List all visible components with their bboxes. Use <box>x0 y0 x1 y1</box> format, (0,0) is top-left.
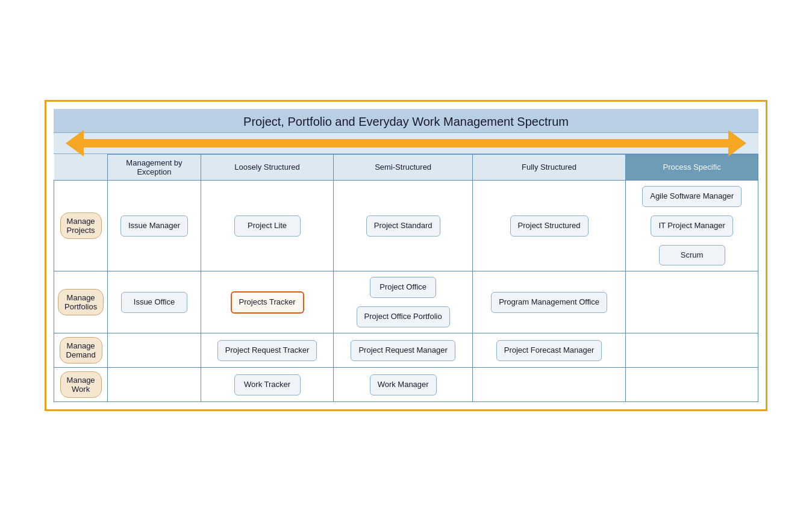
item-projects-tracker[interactable]: Projects Tracker <box>231 291 304 314</box>
col-header-semi-structured: Semi-Structured <box>334 154 473 180</box>
row-label-manage-projects: ManageProjects <box>60 212 102 239</box>
cell-inner: Work Tracker <box>205 373 330 397</box>
item-it-project-manager[interactable]: IT Project Manager <box>651 215 732 237</box>
cell-inner: Agile Software Manager IT Project Manage… <box>629 184 754 268</box>
cell-manage-demand-mgmt-exception <box>108 333 201 368</box>
cell-manage-portfolios-process-specific <box>626 271 758 333</box>
cell-inner: Project Forecast Manager <box>476 338 622 363</box>
col-header-loosely-structured: Loosely Structured <box>201 154 334 180</box>
cell-manage-work-loosely-structured: Work Tracker <box>201 368 334 402</box>
item-project-forecast-manager[interactable]: Project Forecast Manager <box>496 340 602 361</box>
item-program-management-office[interactable]: Program Management Office <box>491 292 607 313</box>
item-scrum[interactable]: Scrum <box>659 245 725 266</box>
cell-manage-portfolios-loosely-structured: Projects Tracker <box>201 271 334 333</box>
cell-inner: Program Management Office <box>476 290 622 315</box>
arrow-line <box>66 138 746 149</box>
cell-manage-projects-semi-structured: Project Standard <box>334 180 473 271</box>
row-manage-projects: ManageProjects Issue Manager Project Lit… <box>54 180 758 271</box>
col-header-fully-structured: Fully Structured <box>472 154 625 180</box>
cell-manage-portfolios-semi-structured: Project Office Project Office Portfolio <box>334 271 473 333</box>
item-project-request-manager[interactable]: Project Request Manager <box>351 340 455 361</box>
item-project-office[interactable]: Project Office <box>370 277 436 298</box>
row-manage-demand: ManageDemand Project Request Tracker Pro… <box>54 333 758 368</box>
cell-manage-portfolios-fully-structured: Program Management Office <box>472 271 625 333</box>
row-header-manage-portfolios: ManagePortfolios <box>54 271 108 333</box>
cell-manage-demand-loosely-structured: Project Request Tracker <box>201 333 334 368</box>
cell-manage-projects-mgmt-exception: Issue Manager <box>108 180 201 271</box>
cell-inner: Issue Office <box>111 290 197 315</box>
col-header-process-specific: Process Specific <box>626 154 758 180</box>
cell-inner: Project Request Manager <box>337 338 469 363</box>
item-project-standard[interactable]: Project Standard <box>366 215 440 237</box>
cell-manage-projects-loosely-structured: Project Lite <box>201 180 334 271</box>
row-header-manage-projects: ManageProjects <box>54 180 108 271</box>
arrow-row <box>54 133 758 154</box>
row-label-manage-work: ManageWork <box>60 371 102 398</box>
cell-inner: Issue Manager <box>111 214 197 238</box>
outer-frame: Project, Portfolio and Everyday Work Man… <box>45 100 767 411</box>
cell-manage-work-mgmt-exception <box>108 368 201 402</box>
spectrum-table: Management byException Loosely Structure… <box>54 154 758 402</box>
arrow-shaft <box>84 139 728 147</box>
item-agile-software-manager[interactable]: Agile Software Manager <box>642 186 742 207</box>
cell-manage-demand-process-specific <box>626 333 758 368</box>
item-project-request-tracker[interactable]: Project Request Tracker <box>217 340 317 361</box>
row-header-manage-demand: ManageDemand <box>54 333 108 368</box>
diagram-title: Project, Portfolio and Everyday Work Man… <box>54 109 758 133</box>
cell-inner: Projects Tracker <box>206 290 329 315</box>
cell-manage-demand-fully-structured: Project Forecast Manager <box>472 333 625 368</box>
arrow-right-icon <box>728 130 746 156</box>
cell-manage-projects-process-specific: Agile Software Manager IT Project Manage… <box>626 180 758 271</box>
cell-inner: Project Standard <box>337 214 469 238</box>
item-issue-office[interactable]: Issue Office <box>121 292 187 313</box>
cell-inner: Project Office Project Office Portfolio <box>337 275 469 329</box>
item-issue-manager[interactable]: Issue Manager <box>120 215 188 237</box>
cell-manage-work-semi-structured: Work Manager <box>334 368 473 402</box>
row-label-manage-demand: ManageDemand <box>60 337 102 364</box>
item-work-manager[interactable]: Work Manager <box>370 374 437 395</box>
row-manage-work: ManageWork Work Tracker Work Manager <box>54 368 758 402</box>
cell-inner: Work Manager <box>337 373 469 397</box>
cell-manage-work-fully-structured <box>472 368 625 402</box>
cell-manage-projects-fully-structured: Project Structured <box>472 180 625 271</box>
row-header-manage-work: ManageWork <box>54 368 108 402</box>
item-project-structured[interactable]: Project Structured <box>510 215 589 237</box>
item-project-lite[interactable]: Project Lite <box>234 215 301 237</box>
item-project-office-portfolio[interactable]: Project Office Portfolio <box>357 306 450 327</box>
row-label-manage-portfolios: ManagePortfolios <box>58 289 104 315</box>
arrow-left-icon <box>66 130 84 156</box>
item-work-tracker[interactable]: Work Tracker <box>234 374 301 395</box>
cell-inner: Project Structured <box>476 214 622 238</box>
diagram: Project, Portfolio and Everyday Work Man… <box>54 109 758 402</box>
corner-header <box>54 154 108 180</box>
cell-manage-demand-semi-structured: Project Request Manager <box>334 333 473 368</box>
col-header-mgmt-exception: Management byException <box>108 154 201 180</box>
cell-inner: Project Lite <box>205 214 330 238</box>
cell-inner: Project Request Tracker <box>205 338 330 363</box>
row-manage-portfolios: ManagePortfolios Issue Office Projects T… <box>54 271 758 333</box>
cell-manage-work-process-specific <box>626 368 758 402</box>
cell-manage-portfolios-mgmt-exception: Issue Office <box>108 271 201 333</box>
